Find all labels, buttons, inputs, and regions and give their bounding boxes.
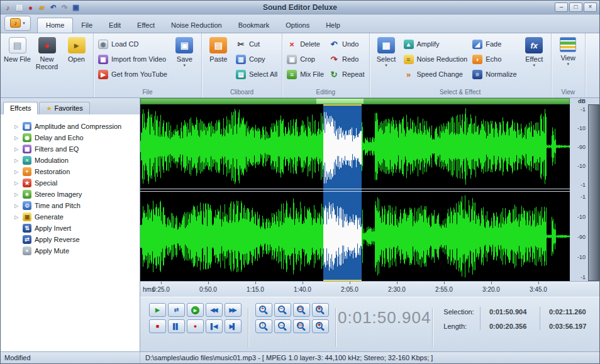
select-all-button[interactable]: ▤ Select All [233,67,280,82]
noise-reduction-button[interactable]: ≈ Noise Reduction [401,52,470,67]
get-from-youtube-button[interactable]: ▶ Get from YouTube [96,67,170,82]
zoom-all-button[interactable]: ∗ [312,303,329,317]
selection-region[interactable] [323,104,362,189]
zoom-selection-button[interactable]: ▭ [293,303,310,317]
pause-button[interactable]: ▌▌ [168,319,185,333]
previous-button[interactable]: ▌◀ [206,319,223,333]
stop-button[interactable]: ■ [149,319,166,333]
select-button[interactable]: ▦ Select ▾ [372,35,401,68]
cd-icon: ◉ [98,40,108,49]
position-bar[interactable] [140,98,570,104]
tab-file[interactable]: File [73,18,101,33]
crop-button[interactable]: ▣ Crop [284,52,326,67]
effect-button[interactable]: fx Effect ▾ [519,35,549,68]
right-channel-waveform[interactable] [140,192,570,281]
tab-noise-reduction[interactable]: Noise Reduction [163,18,230,33]
tree-item[interactable]: ×Apply Mute [1,245,140,256]
timeline-ruler[interactable]: hms 0:25.00:50.01:15.01:40.02:05.02:30.0… [140,281,599,297]
record-icon[interactable]: ● [26,3,35,12]
tab-favorites[interactable]: ★ Favorites [39,102,89,114]
vertical-zoom-in-button[interactable]: ↕ [255,319,272,333]
expand-arrow-icon[interactable]: ▷ [13,192,19,197]
copy-button[interactable]: ▥ Copy [233,52,280,67]
expand-arrow-icon[interactable]: ▷ [13,158,19,163]
full-zoom-button[interactable]: ∗ [312,319,329,333]
selection-start-value: 0:01:50.904 [489,308,540,316]
fade-button[interactable]: ◢ Fade [470,36,519,52]
tree-item[interactable]: ▷▦Filters and EQ [1,143,140,155]
zoom-in-button[interactable]: + [255,303,272,317]
status-bar: Modified D:\samples\audio files\music01.… [1,351,599,363]
tree-item[interactable]: ▷⊙Time and Pitch [1,200,140,211]
tree-item[interactable]: ▷▣Generate [1,211,140,223]
expand-arrow-icon[interactable]: ▷ [13,180,19,186]
open-folder-icon[interactable]: ▰ [37,3,47,12]
close-button[interactable]: × [584,3,597,12]
new-file-button[interactable]: ▤ New File [3,35,32,63]
save-button[interactable]: ▣ Save ▾ [170,35,199,68]
mix-file-button[interactable]: ≈ Mix File [284,67,326,82]
load-cd-button[interactable]: ◉ Load CD [96,36,170,52]
app-menu-button[interactable]: ♪ ▾ [4,16,31,31]
import-from-video-button[interactable]: ▦ Import from Video [96,52,170,67]
play-button[interactable]: ▶ [149,303,166,317]
zoom-out-button[interactable]: − [274,303,291,317]
normalize-button[interactable]: ≡ Normalize [470,67,519,82]
tab-help[interactable]: Help [318,18,348,33]
undo-icon[interactable]: ↶ [48,3,58,12]
select-all-label: Select All [249,70,277,78]
next-button[interactable]: ▶▌ [225,319,242,333]
expand-arrow-icon[interactable]: ▷ [13,214,19,220]
tab-edit[interactable]: Edit [101,18,129,33]
redo-button[interactable]: ↷ Redo [326,52,367,67]
view-button[interactable]: View ▾ [553,35,583,67]
expand-arrow-icon[interactable]: ▷ [13,146,19,152]
loop-button[interactable]: ⇄ [168,303,185,317]
tree-item[interactable]: ⇄Apply Reverse [1,234,140,245]
new-record-button[interactable]: ● New Record [32,35,62,70]
selection-region[interactable] [323,192,362,281]
tab-bookmark[interactable]: Bookmark [230,18,278,33]
undo-button[interactable]: ↶ Undo [326,36,367,52]
tree-item[interactable]: ⇅Apply Invert [1,223,140,234]
play-all-button[interactable]: ▶ [187,303,204,317]
tree-item[interactable]: ▷◉Delay and Echo [1,132,140,143]
expand-arrow-icon[interactable]: ▷ [13,169,19,175]
new-file-icon[interactable]: ▤ [14,3,24,12]
tree-item[interactable]: ▷∗Stereo Imagery [1,189,140,200]
cut-button[interactable]: ✂ Cut [233,36,280,52]
tree-item[interactable]: ▷≈Modulation [1,155,140,166]
paste-button[interactable]: ▤ Paste [204,35,233,63]
tab-effect[interactable]: Effect [129,18,163,33]
app-icon[interactable]: ♪ [3,3,13,12]
vertical-zoom-out-button[interactable]: ↔ [274,319,291,333]
speed-change-button[interactable]: » Speed Change [401,67,470,82]
minimize-button[interactable]: – [555,3,568,12]
redo-icon[interactable]: ↷ [60,3,69,12]
save-icon[interactable]: ▣ [71,3,81,12]
cut-label: Cut [249,40,260,48]
rewind-button[interactable]: ◀◀ [206,303,223,317]
tab-options[interactable]: Options [277,18,318,33]
tree-item[interactable]: ▷★Special [1,177,140,189]
vertical-scrollbar[interactable] [588,104,599,281]
left-channel-waveform[interactable] [140,104,570,189]
waveform-display[interactable] [140,104,570,281]
amplify-button[interactable]: ▲ Amplify [401,36,470,52]
restore-zoom-button[interactable]: ▭ [293,319,310,333]
repeat-button[interactable]: ↻ Repeat [326,67,367,82]
fast-forward-button[interactable]: ▶▶ [225,303,242,317]
maximize-button[interactable]: □ [569,3,582,12]
tab-effects[interactable]: Effcets [3,102,38,114]
tree-item[interactable]: ▷▤Amplitude and Compression [1,121,140,132]
expand-arrow-icon[interactable]: ▷ [13,124,19,130]
echo-button[interactable]: ◗ Echo [470,52,519,67]
expand-arrow-icon[interactable]: ▷ [13,203,19,209]
tree-item-label: Amplitude and Compression [35,123,121,130]
expand-arrow-icon[interactable]: ▷ [13,135,19,141]
open-button[interactable]: ▸ Open [62,35,91,63]
record-button[interactable]: ● [187,319,204,333]
tree-item[interactable]: ▷+Restoration [1,166,140,177]
delete-button[interactable]: × Delete [284,36,326,52]
tab-home[interactable]: Home [37,18,73,33]
